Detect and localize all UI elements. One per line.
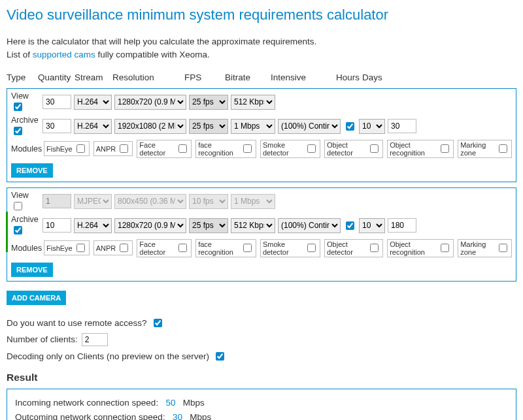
view-enable-checkbox[interactable]: [14, 202, 22, 210]
view-fps-select[interactable]: 25 fps: [189, 95, 228, 110]
module-checkbox[interactable]: [370, 244, 379, 252]
view-enable-checkbox[interactable]: [14, 103, 22, 111]
archive-intensive-checkbox[interactable]: [346, 221, 354, 230]
module-label: Object recognition: [390, 141, 437, 157]
view-label-text: View: [11, 191, 29, 200]
archive-fps-select[interactable]: 25 fps: [189, 119, 228, 134]
module-object-detector[interactable]: Object detector: [324, 239, 383, 257]
archive-enable-checkbox[interactable]: [14, 226, 22, 234]
archive-hours-select[interactable]: 10: [359, 119, 385, 134]
archive-quantity-input[interactable]: [42, 119, 71, 133]
archive-intensive-select[interactable]: (100%) Continu: [278, 218, 341, 233]
archive-fps-select[interactable]: 25 fps: [189, 218, 228, 233]
selection-indicator: [6, 212, 8, 252]
header-resolution: Resolution: [112, 73, 184, 86]
archive-bitrate-select[interactable]: 1 Mbps: [231, 119, 275, 134]
archive-quantity-input[interactable]: [42, 218, 71, 233]
module-checkbox[interactable]: [178, 144, 187, 153]
remote-access-label: Do you want to use remote access?: [7, 318, 147, 328]
modules-row: Modules FishEye ANPR Face detector face …: [11, 140, 512, 158]
module-anpr[interactable]: ANPR: [93, 240, 133, 255]
header-quantity: Quantity: [38, 73, 75, 86]
module-marking-zone[interactable]: Marking zone: [458, 239, 512, 257]
modules-label: Modules: [11, 244, 40, 253]
remote-access-checkbox[interactable]: [154, 319, 162, 327]
archive-enable-checkbox[interactable]: [14, 127, 22, 135]
view-stream-select[interactable]: H.264: [74, 95, 112, 110]
in-value: 50: [165, 398, 175, 408]
module-label: ANPR: [96, 244, 116, 252]
view-label: View: [11, 191, 40, 212]
module-object-detector[interactable]: Object detector: [324, 140, 383, 158]
module-checkbox[interactable]: [307, 144, 316, 153]
module-anpr[interactable]: ANPR: [93, 141, 133, 156]
module-face-detector[interactable]: Face detector: [137, 140, 192, 158]
result-outcoming: Outcoming network connection speed: 30 M…: [15, 410, 508, 420]
module-checkbox[interactable]: [499, 144, 507, 153]
module-smoke-detector[interactable]: Smoke detector: [260, 140, 320, 158]
module-marking-zone[interactable]: Marking zone: [458, 140, 512, 158]
module-checkbox[interactable]: [243, 244, 252, 252]
archive-row: Archive H.264 1280x720 (0.9 MP) 25 fps 5…: [11, 215, 512, 236]
archive-intensive-checkbox[interactable]: [346, 122, 354, 131]
header-days: Days: [362, 73, 388, 86]
module-label: Face detector: [139, 240, 175, 256]
in-label: Incoming network connection speed:: [15, 398, 158, 408]
decode-checkbox[interactable]: [216, 352, 224, 361]
module-checkbox[interactable]: [370, 144, 379, 153]
module-object-recognition[interactable]: Object recognition: [387, 140, 454, 158]
module-face-detector[interactable]: Face detector: [137, 239, 192, 257]
module-checkbox[interactable]: [120, 144, 128, 153]
clients-input[interactable]: [82, 333, 108, 346]
module-checkbox[interactable]: [178, 244, 187, 252]
module-face-recognition[interactable]: face recognition: [195, 140, 256, 158]
result-box: Incoming network connection speed: 50 Mb…: [7, 389, 516, 421]
module-checkbox[interactable]: [499, 244, 507, 252]
view-quantity-input[interactable]: [42, 95, 71, 109]
module-face-recognition[interactable]: face recognition: [195, 239, 256, 257]
module-checkbox[interactable]: [76, 244, 85, 252]
remove-button[interactable]: REMOVE: [11, 263, 53, 277]
module-label: Face detector: [139, 141, 175, 157]
header-hours: Hours: [336, 73, 362, 86]
view-quantity-input: [42, 194, 71, 208]
archive-label: Archive: [11, 215, 40, 236]
module-fisheye[interactable]: FishEye: [44, 240, 90, 255]
module-checkbox[interactable]: [307, 244, 316, 252]
remove-button[interactable]: REMOVE: [11, 163, 53, 178]
supported-cams-link[interactable]: supported cams: [33, 50, 95, 59]
module-checkbox[interactable]: [76, 144, 85, 153]
archive-days-input[interactable]: [388, 218, 416, 233]
archive-stream-select[interactable]: H.264: [74, 218, 112, 233]
archive-bitrate-select[interactable]: 512 Kbps: [231, 218, 275, 233]
archive-intensive-select[interactable]: (100%) Continu: [278, 119, 341, 134]
archive-stream-select[interactable]: H.264: [74, 119, 112, 134]
archive-resolution-select[interactable]: 1920x1080 (2 MP): [114, 119, 186, 134]
view-bitrate-select: 1 Mbps: [231, 194, 275, 209]
archive-hours-select[interactable]: 10: [359, 218, 385, 233]
module-checkbox[interactable]: [120, 244, 128, 252]
module-checkbox[interactable]: [243, 144, 252, 153]
module-smoke-detector[interactable]: Smoke detector: [260, 239, 320, 257]
out-unit: Mbps: [190, 412, 211, 420]
module-label: FishEye: [46, 145, 73, 153]
archive-resolution-select[interactable]: 1280x720 (0.9 MP): [114, 218, 186, 233]
view-resolution-select[interactable]: 1280x720 (0.9 MP): [114, 95, 186, 110]
module-label: Object detector: [327, 141, 366, 157]
archive-days-input[interactable]: [388, 119, 416, 133]
add-camera-button[interactable]: ADD CAMERA: [7, 291, 66, 305]
page-title: Video surveillance minimum system requir…: [7, 7, 516, 24]
decode-label: Decoding only on Clients (no preview on …: [7, 351, 209, 361]
module-object-recognition[interactable]: Object recognition: [387, 239, 454, 257]
header-stream: Stream: [75, 73, 112, 86]
module-fisheye[interactable]: FishEye: [44, 141, 90, 156]
view-label: View: [11, 91, 40, 113]
module-checkbox[interactable]: [441, 144, 449, 153]
module-checkbox[interactable]: [441, 244, 449, 252]
decode-question: Decoding only on Clients (no preview on …: [7, 350, 516, 363]
archive-label: Archive: [11, 116, 40, 137]
archive-label-text: Archive: [11, 215, 39, 224]
module-label: face recognition: [198, 141, 239, 157]
view-bitrate-select[interactable]: 512 Kbps: [231, 95, 275, 110]
module-label: Smoke detector: [263, 240, 303, 256]
